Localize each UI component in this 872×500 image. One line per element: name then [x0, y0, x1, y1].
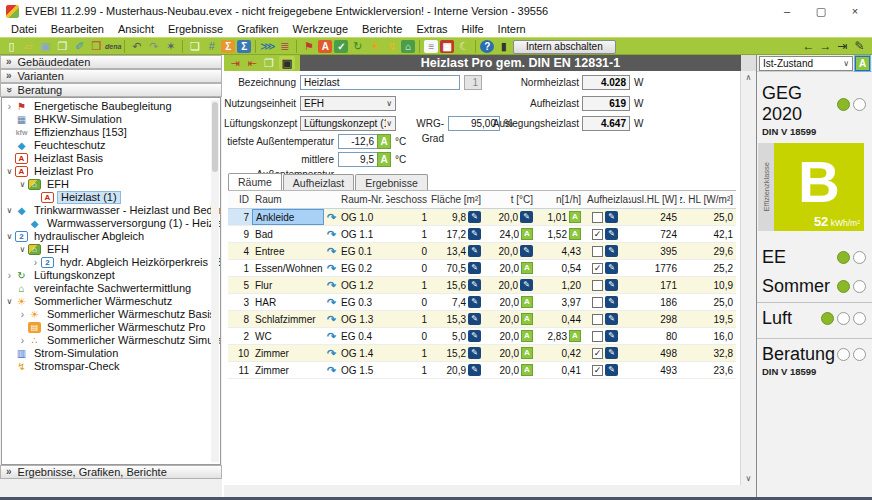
cell-spez[interactable]: 25,2 [680, 260, 736, 276]
document-icon[interactable]: ❏ [186, 39, 203, 54]
tree-item[interactable]: kfwEffizienzhaus [153] [2, 126, 220, 139]
edit-chart-icon[interactable]: ✎ [851, 39, 868, 54]
cell-nr[interactable]: OG 1.4 [338, 345, 386, 361]
menu-item-extras[interactable]: Extras [409, 22, 454, 37]
tree-item[interactable]: ›2hydr. Abgleich Heizkörperkreis 55/45 (… [2, 256, 220, 269]
tree-item[interactable]: ∨AHeizlast Pro [2, 165, 220, 178]
cell-geschoss[interactable]: 0 [386, 328, 430, 344]
cell-ausl[interactable]: 80 [630, 328, 680, 344]
tree-item[interactable]: ◆Feuchteschutz [2, 139, 220, 152]
expand-open-icon[interactable]: ∨ [4, 205, 15, 216]
cell-arrow[interactable]: ↷ [324, 311, 338, 327]
cell-id[interactable]: 11 [228, 362, 252, 378]
aufheizlast-checkbox[interactable]: ✓ [592, 365, 603, 376]
cell-flaeche[interactable]: 9,8✎ [430, 209, 484, 225]
aufheizlast-checkbox[interactable] [592, 331, 603, 342]
edit-icon[interactable]: ✎ [605, 313, 618, 325]
cell-geschoss[interactable]: 1 [386, 209, 430, 225]
cell-flaeche[interactable]: 15,2✎ [430, 345, 484, 361]
cell-ausl[interactable]: 186 [630, 294, 680, 310]
cell-n[interactable]: 3,97 [536, 294, 584, 310]
tree-item[interactable]: ⌂vereinfachte Sachwertermittlung [2, 282, 220, 295]
tiefste-aussentemperatur-input[interactable]: -12,6 [338, 134, 378, 149]
edit-icon[interactable]: ✎ [520, 279, 533, 291]
cell-n[interactable]: 1,20 [536, 277, 584, 293]
edit-icon[interactable]: ✎ [468, 228, 481, 240]
cell-nr[interactable]: EG 0.2 [338, 260, 386, 276]
tree-item[interactable]: ∨2hydraulischer Abgleich [2, 230, 220, 243]
edit-icon[interactable]: ✎ [468, 211, 481, 223]
tree-item[interactable]: ∨⌂EFH [2, 178, 220, 191]
cell-aufheiz[interactable]: ✓✎ [584, 362, 630, 378]
cell-aufheiz[interactable]: ✎ [584, 294, 630, 310]
cell-geschoss[interactable]: 1 [386, 226, 430, 242]
heizlast-icon[interactable]: A [318, 40, 332, 53]
cell-arrow[interactable]: ↷ [324, 226, 338, 242]
cell-t[interactable]: 20,0✎ [484, 209, 536, 225]
menu-item-intern[interactable]: Intern [491, 22, 533, 37]
cell-n[interactable]: 1,01A [536, 209, 584, 225]
cell-nr[interactable]: OG 1.3 [338, 311, 386, 327]
expand-open-icon[interactable]: ∨ [4, 166, 15, 177]
cell-n[interactable]: 0,42 [536, 345, 584, 361]
cell-t[interactable]: 20,0A [484, 362, 536, 378]
cell-raum[interactable]: Essen/Wohnen [252, 260, 324, 276]
intern-abschalten-button[interactable]: Intern abschalten [513, 40, 616, 54]
report-icon[interactable]: ≡ [424, 40, 438, 53]
maximize-button[interactable]: ▢ [804, 0, 838, 22]
cell-spez[interactable]: 42,1 [680, 226, 736, 242]
expand-open-icon[interactable]: ∨ [4, 231, 15, 242]
mittlere-aussentemperatur-input[interactable]: 9,5 [338, 152, 378, 167]
edit-icon[interactable]: ✎ [520, 211, 533, 223]
tree-item[interactable]: ∨◆Trinkwarmwasser - Heizlast und Bedarf [2, 204, 220, 217]
undo-icon[interactable]: ↶ [128, 39, 145, 54]
cell-n[interactable]: 0,41 [536, 362, 584, 378]
cell-aufheiz[interactable]: ✓✎ [584, 260, 630, 276]
cell-raum[interactable]: Zimmer [252, 362, 324, 378]
cell-geschoss[interactable]: 1 [386, 345, 430, 361]
cell-ausl[interactable]: 498 [630, 345, 680, 361]
tree-item[interactable]: ›⚑Energetische Baubegleitung [2, 100, 220, 113]
edit-icon[interactable]: ✎ [468, 364, 481, 376]
cell-arrow[interactable]: ↷ [324, 328, 338, 344]
cell-id[interactable]: 2 [228, 328, 252, 344]
menu-item-bearbeiten[interactable]: Bearbeiten [44, 22, 111, 37]
aufheizlast-checkbox[interactable] [592, 246, 603, 257]
cell-n[interactable]: 0,44 [536, 311, 584, 327]
tree-item[interactable]: ›↻Lüftungskonzept [2, 269, 220, 282]
cell-raum[interactable]: Schlafzimmer [252, 311, 324, 327]
brush-icon[interactable]: ✐ [71, 39, 88, 54]
tree-item[interactable]: ↯Stromspar-Check [2, 360, 220, 373]
panel-beratung[interactable]: » Beratung [0, 83, 222, 97]
expand-closed-icon[interactable]: › [4, 101, 15, 112]
cell-t[interactable]: 20,0A [484, 311, 536, 327]
cell-id[interactable]: 7 [228, 209, 252, 225]
cell-t[interactable]: 20,0A [484, 328, 536, 344]
cell-arrow[interactable]: ↷ [324, 209, 338, 225]
edit-icon[interactable]: ✎ [520, 245, 533, 257]
cell-arrow[interactable]: ↷ [324, 277, 338, 293]
tab-raeume[interactable]: Räume [228, 173, 282, 190]
expand-open-icon[interactable]: ∨ [17, 244, 28, 255]
cell-flaeche[interactable]: 7,4✎ [430, 294, 484, 310]
cell-id[interactable]: 10 [228, 345, 252, 361]
expand-closed-icon[interactable]: › [4, 270, 15, 281]
edit-icon[interactable]: ✎ [468, 347, 481, 359]
cell-flaeche[interactable]: 15,6✎ [430, 277, 484, 293]
aufheizlast-checkbox[interactable]: ✓ [592, 348, 603, 359]
cell-ausl[interactable]: 245 [630, 209, 680, 225]
cell-spez[interactable]: 32,8 [680, 345, 736, 361]
cell-geschoss[interactable]: 0 [386, 260, 430, 276]
menu-item-berichte[interactable]: Berichte [355, 22, 409, 37]
cell-spez[interactable]: 23,6 [680, 362, 736, 378]
edit-icon[interactable]: ✎ [605, 262, 618, 274]
cell-id[interactable]: 5 [228, 277, 252, 293]
cell-t[interactable]: 20,0✎ [484, 277, 536, 293]
cell-nr[interactable]: OG 1.2 [338, 277, 386, 293]
expand-closed-icon[interactable]: › [30, 257, 41, 268]
edit-icon[interactable]: ✎ [605, 364, 618, 376]
cell-geschoss[interactable]: 1 [386, 311, 430, 327]
cell-spez[interactable]: 25,0 [680, 294, 736, 310]
tree-scrollbar[interactable] [211, 100, 219, 462]
cell-id[interactable]: 1 [228, 260, 252, 276]
